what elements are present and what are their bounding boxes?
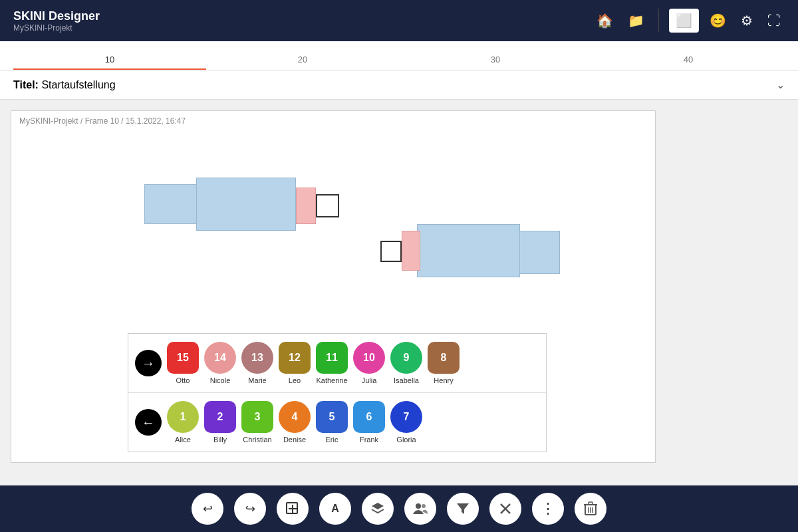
tools-button[interactable]: [489, 493, 521, 525]
frame-button[interactable]: ⬜: [669, 9, 699, 33]
shape-left-center: [196, 178, 296, 231]
player-name-alice: Alice: [175, 436, 191, 444]
player-name-denise: Denise: [283, 436, 306, 444]
player-badge-alice: 1: [167, 401, 199, 433]
player-badge-denise: 4: [279, 401, 311, 433]
player-billy[interactable]: 2 Billy: [204, 401, 236, 444]
title-text: Titel: Startaufstellung: [13, 79, 116, 91]
text-button[interactable]: A: [319, 493, 351, 525]
filter-button[interactable]: [447, 493, 479, 525]
svg-point-5: [422, 504, 426, 508]
player-name-gloria: Gloria: [396, 436, 416, 444]
player-name-marie: Marie: [248, 376, 267, 384]
player-name-katherine: Katherine: [316, 376, 347, 384]
player-alice[interactable]: 1 Alice: [167, 401, 199, 444]
player-name-eric: Eric: [326, 436, 338, 444]
player-nicole[interactable]: 14 Nicole: [204, 342, 236, 384]
timeline-30[interactable]: 30: [399, 55, 592, 70]
title-value: Startaufstellung: [41, 79, 115, 90]
player-name-billy: Billy: [213, 436, 227, 444]
shape-left-pink: [296, 188, 316, 224]
player-badge-isabella: 9: [390, 342, 422, 374]
player-name-frank: Frank: [360, 436, 378, 444]
undo-button[interactable]: ↩: [192, 493, 223, 525]
players-button[interactable]: [404, 493, 436, 525]
project-name: MySKINI-Projekt: [13, 23, 100, 33]
player-eric[interactable]: 5 Eric: [316, 401, 348, 444]
bottom-toolbar: ↩ ↪ A ⋮: [0, 485, 798, 532]
player-christian[interactable]: 3 Christian: [241, 401, 273, 444]
player-gloria[interactable]: 7 Gloria: [390, 401, 422, 444]
player-badge-leo: 12: [279, 342, 311, 374]
header: SKINI Designer MySKINI-Projekt 🏠 📁 ⬜ 😊 ⚙…: [0, 0, 798, 41]
add-frame-button[interactable]: [277, 493, 309, 525]
svg-marker-3: [372, 503, 384, 509]
face-button[interactable]: 😊: [706, 9, 730, 33]
settings-button[interactable]: ⚙: [737, 9, 757, 33]
canvas-container: MySKINI-Projekt / Frame 10 / 15.1.2022, …: [11, 110, 656, 463]
app-title: SKINI Designer: [13, 9, 100, 23]
chevron-down-icon[interactable]: ⌄: [776, 78, 785, 91]
player-otto[interactable]: 15 Otto: [167, 342, 199, 384]
player-row-2: ← 1 Alice 2 Billy 3 Christian 4 Denise: [128, 393, 546, 452]
player-denise[interactable]: 4 Denise: [279, 401, 311, 444]
player-badge-nicole: 14: [204, 342, 236, 374]
player-marie[interactable]: 13 Marie: [241, 342, 273, 384]
timeline-40[interactable]: 40: [592, 55, 785, 70]
timeline-bar: 10 20 30 40: [0, 41, 798, 70]
next-page-button[interactable]: →: [135, 350, 162, 376]
layers-button[interactable]: [362, 493, 394, 525]
player-name-nicole: Nicole: [210, 376, 231, 384]
player-name-isabella: Isabella: [394, 376, 419, 384]
app-branding: SKINI Designer MySKINI-Projekt: [13, 9, 100, 33]
svg-point-4: [416, 503, 421, 509]
canvas-breadcrumb: MySKINI-Projekt / Frame 10 / 15.1.2022, …: [11, 111, 655, 131]
player-badge-julia: 10: [353, 342, 385, 374]
folder-button[interactable]: 📁: [624, 9, 648, 33]
main-area: MySKINI-Projekt / Frame 10 / 15.1.2022, …: [0, 100, 798, 485]
svg-marker-6: [457, 503, 469, 514]
player-badge-otto: 15: [167, 342, 199, 374]
player-badge-billy: 2: [204, 401, 236, 433]
tools-icon: [498, 501, 513, 516]
player-isabella[interactable]: 9 Isabella: [390, 342, 422, 384]
more-button[interactable]: ⋮: [532, 493, 564, 525]
players-icon: [412, 501, 428, 516]
header-actions: 🏠 📁 ⬜ 😊 ⚙ ⛶: [593, 9, 785, 33]
player-frank[interactable]: 6 Frank: [353, 401, 385, 444]
shape-right-pink: [402, 231, 420, 271]
player-badge-henry: 8: [428, 342, 460, 374]
home-button[interactable]: 🏠: [593, 9, 617, 33]
player-badge-katherine: 11: [316, 342, 348, 374]
player-badge-frank: 6: [353, 401, 385, 433]
redo-button[interactable]: ↪: [234, 493, 266, 525]
shape-right-center: [417, 224, 520, 277]
player-katherine[interactable]: 11 Katherine: [316, 342, 348, 384]
player-badge-gloria: 7: [390, 401, 422, 433]
timeline-20[interactable]: 20: [206, 55, 399, 70]
player-grid: → 15 Otto 14 Nicole 13 Marie 12 Leo: [128, 333, 547, 452]
player-name-henry: Henry: [434, 376, 453, 384]
shape-right-outer: [517, 231, 560, 274]
player-badge-christian: 3: [241, 401, 273, 433]
player-name-otto: Otto: [176, 376, 190, 384]
fullscreen-button[interactable]: ⛶: [763, 9, 785, 33]
delete-button[interactable]: [575, 493, 606, 525]
player-badge-marie: 13: [241, 342, 273, 374]
player-row-1: → 15 Otto 14 Nicole 13 Marie 12 Leo: [128, 334, 546, 393]
filter-icon: [456, 501, 470, 516]
add-frame-icon: [285, 501, 300, 516]
player-leo[interactable]: 12 Leo: [279, 342, 311, 384]
player-name-julia: Julia: [362, 376, 377, 384]
divider: [658, 9, 659, 33]
svg-rect-11: [589, 502, 593, 505]
shape-left-outer: [144, 184, 198, 224]
prev-page-button[interactable]: ←: [135, 409, 162, 436]
player-henry[interactable]: 8 Henry: [428, 342, 460, 384]
title-bar: Titel: Startaufstellung ⌄: [0, 70, 798, 100]
player-julia[interactable]: 10 Julia: [353, 342, 385, 384]
trash-icon: [584, 501, 597, 516]
timeline-10[interactable]: 10: [13, 55, 206, 70]
shape-left-square: [316, 194, 339, 217]
title-label: Titel:: [13, 79, 39, 90]
